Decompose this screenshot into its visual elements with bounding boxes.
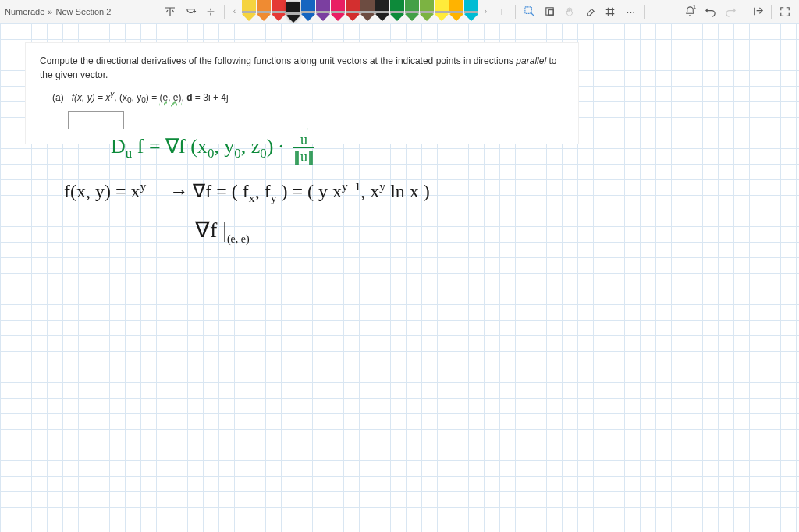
undo-icon[interactable] bbox=[701, 2, 719, 21]
pen-color-2[interactable] bbox=[272, 0, 286, 22]
redo-icon[interactable] bbox=[721, 2, 740, 21]
pen-prev-icon[interactable]: ‹ bbox=[229, 1, 240, 23]
pen-color-9[interactable] bbox=[375, 0, 389, 22]
handwriting-line-2: f(x, y) = xy → ∇f = ( fx, fy ) = ( y xy−… bbox=[64, 179, 430, 205]
pen-palette bbox=[241, 0, 478, 23]
select-tool-icon[interactable] bbox=[520, 2, 538, 21]
share-icon[interactable] bbox=[748, 2, 767, 21]
separator bbox=[644, 5, 645, 19]
fraction-tool-icon[interactable] bbox=[201, 2, 220, 21]
toolbar-right: 1 bbox=[680, 2, 794, 21]
pen-color-11[interactable] bbox=[405, 0, 419, 22]
separator bbox=[515, 5, 516, 19]
breadcrumb: Numerade » New Section 2 bbox=[5, 7, 111, 16]
breadcrumb-site[interactable]: Numerade bbox=[5, 7, 44, 16]
separator bbox=[744, 5, 744, 19]
question-part-a: (a) f(x, y) = xy, (x0, y0) = (e, e), d =… bbox=[52, 90, 564, 105]
pen-color-13[interactable] bbox=[435, 0, 449, 22]
pen-next-icon[interactable]: › bbox=[480, 1, 491, 23]
pen-color-14[interactable] bbox=[449, 0, 463, 22]
pen-color-6[interactable] bbox=[331, 0, 345, 22]
separator bbox=[224, 5, 225, 19]
svg-rect-2 bbox=[549, 10, 554, 16]
notifications-icon[interactable]: 1 bbox=[680, 2, 699, 21]
toolbar: Numerade » New Section 2 ‹ › + ··· 1 bbox=[0, 0, 799, 23]
grid-toggle-icon[interactable] bbox=[601, 2, 620, 21]
pen-color-7[interactable] bbox=[346, 0, 360, 22]
svg-rect-1 bbox=[546, 8, 553, 15]
pen-color-15[interactable] bbox=[464, 0, 478, 22]
add-shape-icon[interactable] bbox=[181, 2, 200, 21]
pen-color-0[interactable] bbox=[242, 0, 256, 22]
more-tools-icon[interactable]: ··· bbox=[621, 2, 640, 21]
separator bbox=[771, 5, 772, 19]
answer-input-box[interactable] bbox=[68, 111, 124, 129]
pen-color-1[interactable] bbox=[257, 0, 271, 22]
breadcrumb-separator: » bbox=[48, 7, 52, 16]
canvas[interactable]: Compute the directional derivatives of t… bbox=[0, 23, 799, 532]
question-text: Compute the directional derivatives of t… bbox=[40, 54, 564, 82]
eraser-tool-icon[interactable] bbox=[581, 2, 599, 21]
handwriting-line-1: Du f = ∇f (x0, y0, z0) · u ‖u‖ bbox=[111, 133, 314, 164]
pen-color-10[interactable] bbox=[390, 0, 404, 22]
text-tool-icon[interactable] bbox=[161, 2, 179, 21]
pen-color-3[interactable] bbox=[286, 2, 300, 23]
fullscreen-icon[interactable] bbox=[776, 2, 794, 21]
handwriting-line-3: ∇f |(e, e) bbox=[195, 217, 250, 246]
pen-color-8[interactable] bbox=[360, 0, 375, 22]
pen-color-5[interactable] bbox=[316, 0, 330, 22]
hand-tool-icon[interactable] bbox=[560, 2, 579, 21]
pen-color-4[interactable] bbox=[301, 0, 315, 22]
pen-color-12[interactable] bbox=[420, 0, 434, 22]
crop-tool-icon[interactable] bbox=[540, 2, 559, 21]
add-pen-icon[interactable]: + bbox=[492, 2, 511, 21]
breadcrumb-section: New Section 2 bbox=[55, 7, 111, 16]
